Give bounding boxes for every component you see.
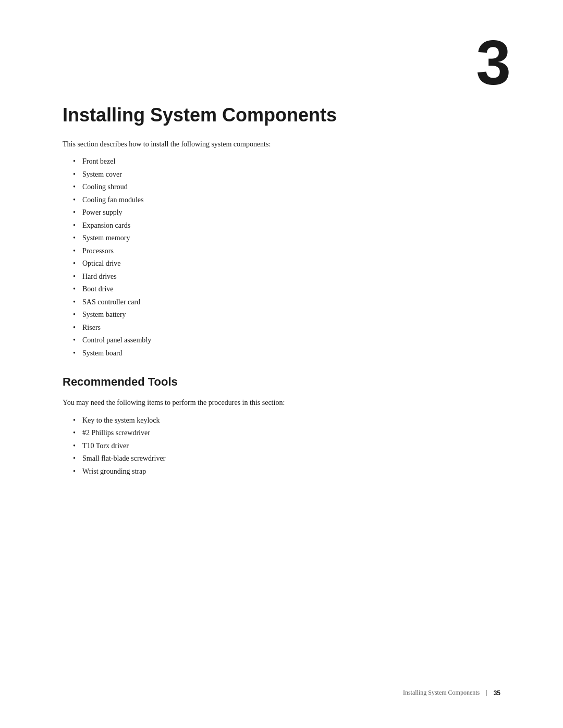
list-item: System board — [73, 347, 500, 360]
intro-text: This section describes how to install th… — [63, 139, 500, 150]
list-item: #2 Phillips screwdriver — [73, 427, 500, 440]
page-container: 3 Installing System Components This sect… — [0, 0, 563, 728]
list-item: Control panel assembly — [73, 334, 500, 347]
list-item: Hard drives — [73, 270, 500, 283]
list-item: Power supply — [73, 206, 500, 219]
list-item: System memory — [73, 232, 500, 245]
list-item: Small flat-blade screwdriver — [73, 452, 500, 465]
list-item: Wrist grounding strap — [73, 465, 500, 478]
list-item: System cover — [73, 168, 500, 181]
list-item: Risers — [73, 322, 500, 335]
list-item: Cooling fan modules — [73, 194, 500, 207]
list-item: Cooling shroud — [73, 181, 500, 194]
recommended-tools-intro: You may need the following items to perf… — [63, 397, 500, 409]
list-item: Key to the system keylock — [73, 414, 500, 427]
list-item: T10 Torx driver — [73, 440, 500, 453]
chapter-title: Installing System Components — [63, 104, 500, 126]
recommended-tools-title: Recommended Tools — [63, 375, 500, 389]
list-item: Front bezel — [73, 155, 500, 168]
chapter-number: 3 — [63, 31, 511, 94]
list-item: Optical drive — [73, 257, 500, 270]
page-footer: Installing System Components | 35 — [63, 689, 500, 697]
list-item: SAS controller card — [73, 296, 500, 309]
list-item: System battery — [73, 309, 500, 322]
list-item: Expansion cards — [73, 219, 500, 232]
components-list: Front bezelSystem coverCooling shroudCoo… — [73, 155, 500, 360]
footer-section-label: Installing System Components | 35 — [403, 689, 500, 697]
list-item: Processors — [73, 245, 500, 258]
list-item: Boot drive — [73, 283, 500, 296]
tools-list: Key to the system keylock#2 Phillips scr… — [73, 414, 500, 478]
